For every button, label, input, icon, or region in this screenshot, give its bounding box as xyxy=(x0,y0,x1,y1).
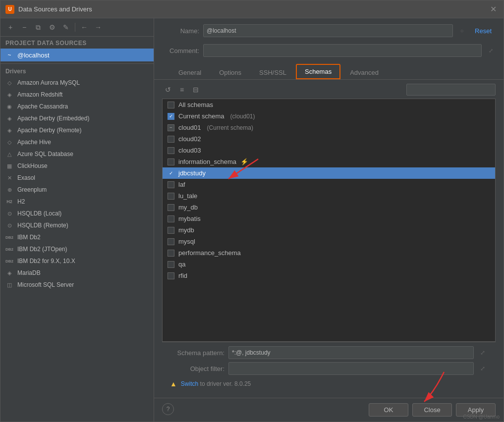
driver-name: HSQLDB (Remote) xyxy=(17,222,68,229)
driver-item-ibm-db2-jtopen[interactable]: DB2 IBM Db2 (JTOpen) xyxy=(0,243,154,255)
back-button[interactable]: ← xyxy=(78,21,90,33)
schema-checkbox-laf[interactable] xyxy=(168,181,174,188)
copy-datasource-button[interactable]: ⧉ xyxy=(32,21,44,33)
schema-item-lu-tale[interactable]: lu_tale xyxy=(163,190,495,202)
schema-checkbox-mydb[interactable] xyxy=(168,227,174,234)
schema-pattern-input[interactable] xyxy=(228,346,474,359)
expand-object-filter-button[interactable]: ⤢ xyxy=(478,364,488,373)
tab-general-label: General xyxy=(178,69,201,76)
left-toolbar: + − ⧉ ⚙ ✎ ← → xyxy=(0,18,154,37)
tabs: General Options SSH/SSL Schemas Advanced xyxy=(162,64,496,79)
switch-driver-link[interactable]: Switch xyxy=(181,380,198,387)
driver-item-mssql[interactable]: ◫ Microsoft SQL Server xyxy=(0,279,154,291)
schema-name-lu-tale: lu_tale xyxy=(178,192,197,200)
expand-all-button[interactable]: ⊟ xyxy=(190,84,202,96)
driver-icon: DB2 xyxy=(5,245,13,253)
schema-name-cloud03: cloud03 xyxy=(178,147,201,154)
settings-button[interactable]: ⚙ xyxy=(46,21,58,33)
datasource-icon: ~ xyxy=(5,51,13,59)
dialog-footer: ? OK Close Apply xyxy=(154,398,504,422)
forward-button[interactable]: → xyxy=(92,21,104,33)
tab-schemas[interactable]: Schemas xyxy=(296,64,340,79)
title-bar-left: U Data Sources and Drivers xyxy=(5,5,92,14)
schema-item-jdbcstudy[interactable]: ✓ jdbcstudy xyxy=(163,167,495,179)
schema-name-laf: laf xyxy=(178,181,185,188)
schema-checkbox-cloud03[interactable] xyxy=(168,147,174,154)
close-dialog-button[interactable]: Close xyxy=(412,403,452,417)
driver-item-hsqldb-remote[interactable]: ⊙ HSQLDB (Remote) xyxy=(0,219,154,231)
schema-item-laf[interactable]: laf xyxy=(163,179,495,190)
circle-icon: ○ xyxy=(457,26,467,36)
add-datasource-button[interactable]: + xyxy=(4,21,16,33)
schema-pattern-row: Schema pattern: ⤢ xyxy=(170,346,488,359)
schema-item-mydb[interactable]: mydb xyxy=(163,224,495,236)
edit-button[interactable]: ✎ xyxy=(60,21,72,33)
schema-search-input[interactable] xyxy=(406,84,496,96)
ok-button[interactable]: OK xyxy=(369,403,408,417)
schema-checkbox-mybatis[interactable] xyxy=(168,215,174,222)
driver-item-h2[interactable]: H2 H2 xyxy=(0,196,154,208)
right-panel: Name: ○ Reset Comment: ⤢ General Op xyxy=(154,18,504,422)
schema-checkbox-rfid[interactable] xyxy=(168,272,174,279)
schema-checkbox-cloud01[interactable]: − xyxy=(168,124,174,131)
tab-general[interactable]: General xyxy=(170,65,210,79)
remove-datasource-button[interactable]: − xyxy=(18,21,30,33)
name-input[interactable] xyxy=(203,24,453,37)
schema-checkbox-cloud02[interactable] xyxy=(168,136,174,143)
driver-item-greenplum[interactable]: ⊕ Greenplum xyxy=(0,184,154,196)
object-filter-input[interactable] xyxy=(228,362,474,375)
driver-item-amazon-aurora[interactable]: ◇ Amazon Aurora MySQL xyxy=(0,77,154,89)
refresh-schemas-button[interactable]: ↺ xyxy=(162,84,174,96)
driver-icon: ◈ xyxy=(5,126,13,134)
tab-schemas-label: Schemas xyxy=(305,68,332,75)
schema-item-my-db[interactable]: my_db xyxy=(163,202,495,213)
schema-checkbox-my-db[interactable] xyxy=(168,204,174,211)
driver-item-apache-hive[interactable]: ◇ Apache Hive xyxy=(0,136,154,148)
schema-checkbox-lu-tale[interactable] xyxy=(168,193,174,200)
help-button[interactable]: ? xyxy=(162,403,174,415)
comment-row: Comment: ⤢ xyxy=(162,44,496,57)
driver-item-ibm-db2[interactable]: DB2 IBM Db2 xyxy=(0,231,154,243)
schema-checkbox-qa[interactable] xyxy=(168,261,174,268)
reset-button[interactable]: Reset xyxy=(471,27,496,35)
expand-schema-pattern-button[interactable]: ⤢ xyxy=(478,348,488,358)
warning-icon: ▲ xyxy=(170,380,177,388)
schema-item-cloud02[interactable]: cloud02 xyxy=(163,133,495,145)
driver-item-apache-derby-remote[interactable]: ◈ Apache Derby (Remote) xyxy=(0,124,154,136)
schema-item-cloud01[interactable]: − cloud01 (Current schema) xyxy=(163,122,495,133)
driver-item-apache-cassandra[interactable]: ◉ Apache Cassandra xyxy=(0,101,154,112)
schema-checkbox-all[interactable] xyxy=(168,102,174,108)
tab-ssh-ssl[interactable]: SSH/SSL xyxy=(251,65,295,79)
tab-advanced[interactable]: Advanced xyxy=(341,65,387,79)
schema-item-current[interactable]: ✓ Current schema (cloud01) xyxy=(163,110,495,122)
driver-item-ibm-db2-9x[interactable]: DB2 IBM Db2 for 9.X, 10.X xyxy=(0,255,154,267)
tab-options[interactable]: Options xyxy=(211,65,250,79)
driver-item-mariadb[interactable]: ◈ MariaDB xyxy=(0,267,154,279)
collapse-all-button[interactable]: ≡ xyxy=(176,84,188,96)
schema-checkbox-performance-schema[interactable] xyxy=(168,250,174,257)
driver-item-amazon-redshift[interactable]: ◈ Amazon Redshift xyxy=(0,89,154,101)
schema-item-information-schema[interactable]: information_schema ⚡ xyxy=(163,156,495,167)
driver-item-clickhouse[interactable]: ▦ ClickHouse xyxy=(0,160,154,172)
driver-item-apache-derby-embedded[interactable]: ◈ Apache Derby (Embedded) xyxy=(0,112,154,124)
driver-item-exasol[interactable]: ✕ Exasol xyxy=(0,172,154,184)
driver-item-azure-sql[interactable]: △ Azure SQL Database xyxy=(0,148,154,160)
schema-item-all[interactable]: All schemas xyxy=(163,99,495,110)
schema-item-rfid[interactable]: rfid xyxy=(163,270,495,281)
name-label: Name: xyxy=(162,27,199,35)
schema-item-qa[interactable]: qa xyxy=(163,259,495,270)
schema-checkbox-information-schema[interactable] xyxy=(168,158,174,165)
close-button[interactable]: ✕ xyxy=(488,4,499,14)
schema-item-cloud03[interactable]: cloud03 xyxy=(163,145,495,156)
driver-item-hsqldb-local[interactable]: ⊙ HSQLDB (Local) xyxy=(0,208,154,219)
driver-name: Greenplum xyxy=(17,186,47,193)
schema-checkbox-current[interactable]: ✓ xyxy=(168,113,174,120)
schema-item-mybatis[interactable]: mybatis xyxy=(163,213,495,224)
datasource-item-localhost[interactable]: ~ @localhost xyxy=(0,49,154,61)
schema-item-performance-schema[interactable]: performance_schema xyxy=(163,247,495,259)
schema-checkbox-jdbcstudy[interactable]: ✓ xyxy=(168,170,174,177)
schema-checkbox-mysql[interactable] xyxy=(168,238,174,245)
comment-input[interactable] xyxy=(203,44,482,57)
schema-item-mysql[interactable]: mysql xyxy=(163,236,495,247)
dialog-title: Data Sources and Drivers xyxy=(18,5,92,13)
